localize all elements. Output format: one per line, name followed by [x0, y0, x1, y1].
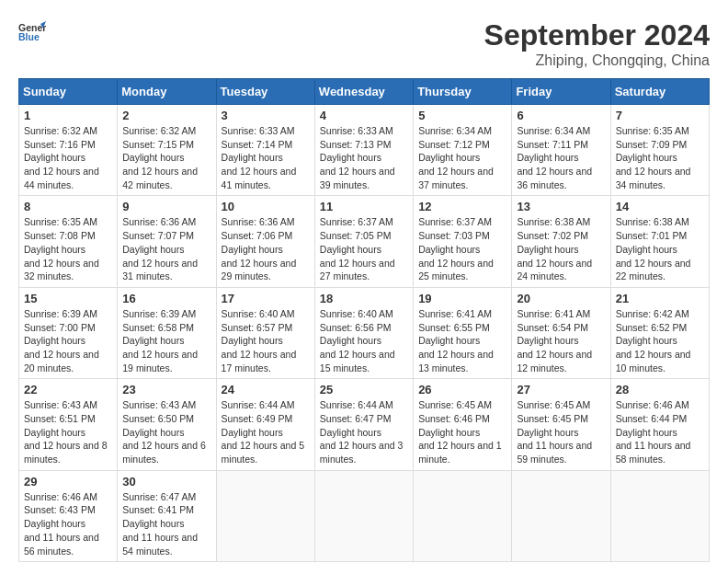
day-number: 4	[320, 109, 408, 122]
day-number: 22	[24, 383, 112, 396]
calendar-day-cell	[512, 470, 610, 561]
calendar-day-cell: 27 Sunrise: 6:45 AM Sunset: 6:45 PM Dayl…	[512, 379, 610, 470]
day-info: Sunrise: 6:37 AM Sunset: 7:05 PM Dayligh…	[320, 215, 408, 282]
calendar-day-cell: 28 Sunrise: 6:46 AM Sunset: 6:44 PM Dayl…	[610, 379, 709, 470]
weekday-header: Wednesday	[314, 79, 413, 105]
calendar-day-cell	[610, 470, 709, 561]
calendar-day-cell: 5 Sunrise: 6:34 AM Sunset: 7:12 PM Dayli…	[414, 105, 512, 196]
day-info: Sunrise: 6:43 AM Sunset: 6:51 PM Dayligh…	[24, 398, 112, 465]
calendar-day-cell: 4 Sunrise: 6:33 AM Sunset: 7:13 PM Dayli…	[314, 105, 413, 196]
calendar-day-cell: 26 Sunrise: 6:45 AM Sunset: 6:46 PM Dayl…	[414, 379, 512, 470]
calendar-day-cell: 18 Sunrise: 6:40 AM Sunset: 6:56 PM Dayl…	[314, 287, 413, 378]
calendar-day-cell: 15 Sunrise: 6:39 AM Sunset: 7:00 PM Dayl…	[19, 287, 118, 378]
svg-text:Blue: Blue	[18, 31, 40, 42]
calendar-day-cell: 3 Sunrise: 6:33 AM Sunset: 7:14 PM Dayli…	[216, 105, 314, 196]
day-number: 14	[616, 200, 704, 213]
day-number: 25	[320, 383, 408, 396]
day-info: Sunrise: 6:38 AM Sunset: 7:01 PM Dayligh…	[616, 215, 704, 282]
calendar-week-row: 15 Sunrise: 6:39 AM Sunset: 7:00 PM Dayl…	[19, 287, 710, 378]
day-info: Sunrise: 6:38 AM Sunset: 7:02 PM Dayligh…	[517, 215, 605, 282]
calendar-week-row: 29 Sunrise: 6:46 AM Sunset: 6:43 PM Dayl…	[19, 470, 710, 561]
day-info: Sunrise: 6:45 AM Sunset: 6:45 PM Dayligh…	[517, 398, 605, 465]
logo: General Blue	[18, 18, 46, 46]
calendar-day-cell: 7 Sunrise: 6:35 AM Sunset: 7:09 PM Dayli…	[610, 105, 709, 196]
day-number: 9	[122, 200, 210, 213]
day-number: 7	[616, 109, 704, 122]
calendar-day-cell: 6 Sunrise: 6:34 AM Sunset: 7:11 PM Dayli…	[512, 105, 610, 196]
calendar-day-cell: 17 Sunrise: 6:40 AM Sunset: 6:57 PM Dayl…	[216, 287, 314, 378]
day-number: 13	[517, 200, 605, 213]
day-info: Sunrise: 6:37 AM Sunset: 7:03 PM Dayligh…	[418, 215, 506, 282]
calendar-day-cell: 11 Sunrise: 6:37 AM Sunset: 7:05 PM Dayl…	[314, 196, 413, 287]
calendar-day-cell: 10 Sunrise: 6:36 AM Sunset: 7:06 PM Dayl…	[216, 196, 314, 287]
day-number: 26	[418, 383, 506, 396]
day-info: Sunrise: 6:47 AM Sunset: 6:41 PM Dayligh…	[122, 490, 210, 557]
day-info: Sunrise: 6:43 AM Sunset: 6:50 PM Dayligh…	[122, 398, 210, 465]
day-number: 11	[320, 200, 408, 213]
logo-icon: General Blue	[18, 18, 46, 46]
location-title: Zhiping, Chongqing, China	[484, 52, 710, 69]
day-info: Sunrise: 6:33 AM Sunset: 7:13 PM Dayligh…	[320, 124, 408, 191]
day-number: 6	[517, 109, 605, 122]
day-number: 1	[24, 109, 112, 122]
page-header: General Blue September 2024 Zhiping, Cho…	[18, 18, 710, 69]
calendar-day-cell: 8 Sunrise: 6:35 AM Sunset: 7:08 PM Dayli…	[19, 196, 118, 287]
day-number: 20	[517, 292, 605, 305]
calendar-day-cell: 12 Sunrise: 6:37 AM Sunset: 7:03 PM Dayl…	[414, 196, 512, 287]
calendar-day-cell: 20 Sunrise: 6:41 AM Sunset: 6:54 PM Dayl…	[512, 287, 610, 378]
day-info: Sunrise: 6:46 AM Sunset: 6:43 PM Dayligh…	[24, 490, 112, 557]
calendar-week-row: 8 Sunrise: 6:35 AM Sunset: 7:08 PM Dayli…	[19, 196, 710, 287]
day-info: Sunrise: 6:42 AM Sunset: 6:52 PM Dayligh…	[616, 307, 704, 374]
month-title: September 2024	[484, 18, 710, 52]
calendar-day-cell	[414, 470, 512, 561]
calendar-day-cell: 2 Sunrise: 6:32 AM Sunset: 7:15 PM Dayli…	[118, 105, 216, 196]
day-info: Sunrise: 6:33 AM Sunset: 7:14 PM Dayligh…	[222, 124, 310, 191]
calendar-day-cell: 29 Sunrise: 6:46 AM Sunset: 6:43 PM Dayl…	[19, 470, 118, 561]
weekday-header: Thursday	[414, 79, 512, 105]
calendar-day-cell: 30 Sunrise: 6:47 AM Sunset: 6:41 PM Dayl…	[118, 470, 216, 561]
day-info: Sunrise: 6:41 AM Sunset: 6:54 PM Dayligh…	[517, 307, 605, 374]
day-info: Sunrise: 6:45 AM Sunset: 6:46 PM Dayligh…	[418, 398, 506, 465]
calendar-day-cell: 25 Sunrise: 6:44 AM Sunset: 6:47 PM Dayl…	[314, 379, 413, 470]
day-number: 29	[24, 475, 112, 488]
calendar-day-cell: 19 Sunrise: 6:41 AM Sunset: 6:55 PM Dayl…	[414, 287, 512, 378]
calendar-day-cell: 24 Sunrise: 6:44 AM Sunset: 6:49 PM Dayl…	[216, 379, 314, 470]
calendar-table: SundayMondayTuesdayWednesdayThursdayFrid…	[18, 78, 710, 562]
day-number: 27	[517, 383, 605, 396]
title-block: September 2024 Zhiping, Chongqing, China	[484, 18, 710, 69]
day-number: 8	[24, 200, 112, 213]
day-info: Sunrise: 6:40 AM Sunset: 6:56 PM Dayligh…	[320, 307, 408, 374]
day-number: 19	[418, 292, 506, 305]
day-number: 21	[616, 292, 704, 305]
day-number: 24	[222, 383, 310, 396]
weekday-header: Saturday	[610, 79, 709, 105]
calendar-day-cell: 14 Sunrise: 6:38 AM Sunset: 7:01 PM Dayl…	[610, 196, 709, 287]
day-info: Sunrise: 6:34 AM Sunset: 7:12 PM Dayligh…	[418, 124, 506, 191]
calendar-day-cell: 9 Sunrise: 6:36 AM Sunset: 7:07 PM Dayli…	[118, 196, 216, 287]
day-info: Sunrise: 6:44 AM Sunset: 6:47 PM Dayligh…	[320, 398, 408, 465]
day-info: Sunrise: 6:35 AM Sunset: 7:09 PM Dayligh…	[616, 124, 704, 191]
day-number: 30	[122, 475, 210, 488]
day-info: Sunrise: 6:35 AM Sunset: 7:08 PM Dayligh…	[24, 215, 112, 282]
day-info: Sunrise: 6:46 AM Sunset: 6:44 PM Dayligh…	[616, 398, 704, 465]
day-number: 28	[616, 383, 704, 396]
day-info: Sunrise: 6:36 AM Sunset: 7:07 PM Dayligh…	[122, 215, 210, 282]
weekday-header: Tuesday	[216, 79, 314, 105]
day-number: 17	[222, 292, 310, 305]
day-number: 12	[418, 200, 506, 213]
calendar-day-cell: 16 Sunrise: 6:39 AM Sunset: 6:58 PM Dayl…	[118, 287, 216, 378]
calendar-day-cell: 22 Sunrise: 6:43 AM Sunset: 6:51 PM Dayl…	[19, 379, 118, 470]
day-info: Sunrise: 6:40 AM Sunset: 6:57 PM Dayligh…	[222, 307, 310, 374]
calendar-day-cell: 1 Sunrise: 6:32 AM Sunset: 7:16 PM Dayli…	[19, 105, 118, 196]
weekday-header: Friday	[512, 79, 610, 105]
day-number: 18	[320, 292, 408, 305]
calendar-day-cell: 23 Sunrise: 6:43 AM Sunset: 6:50 PM Dayl…	[118, 379, 216, 470]
calendar-day-cell: 21 Sunrise: 6:42 AM Sunset: 6:52 PM Dayl…	[610, 287, 709, 378]
day-number: 2	[122, 109, 210, 122]
day-number: 23	[122, 383, 210, 396]
day-number: 16	[122, 292, 210, 305]
calendar-day-cell	[314, 470, 413, 561]
calendar-day-cell	[216, 470, 314, 561]
calendar-week-row: 1 Sunrise: 6:32 AM Sunset: 7:16 PM Dayli…	[19, 105, 710, 196]
weekday-header: Sunday	[19, 79, 118, 105]
